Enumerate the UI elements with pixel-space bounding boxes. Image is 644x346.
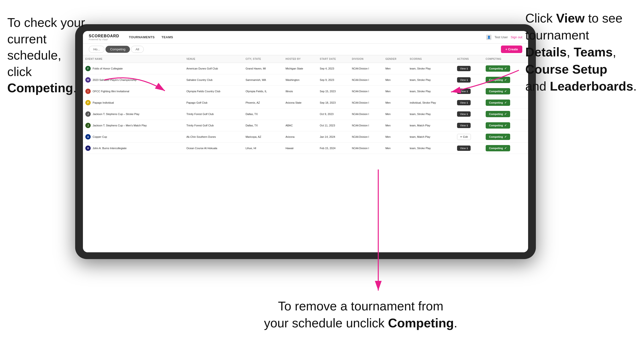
cell-division: NCAA Division I <box>350 97 383 109</box>
actions-cell: ✏ Edit <box>455 131 483 143</box>
nav-tournaments[interactable]: TOURNAMENTS <box>129 35 155 39</box>
view-button[interactable]: View ℹ <box>457 77 471 83</box>
nav-teams[interactable]: TEAMS <box>162 35 173 39</box>
competing-button[interactable]: Competing ✓ <box>486 88 510 94</box>
team-logo: H <box>85 146 91 151</box>
actions-cell: View ℹ <box>455 97 483 109</box>
user-label: Test User <box>494 35 508 39</box>
col-division: DIVISION <box>350 55 383 63</box>
cell-start_date: Oct 9, 2023 <box>318 109 350 120</box>
competing-button[interactable]: Competing ✓ <box>486 134 510 140</box>
view-button[interactable]: View ℹ <box>457 123 471 128</box>
tournaments-table: EVENT NAME VENUE CITY, STATE HOSTED BY S… <box>83 55 528 154</box>
table-row: A Copper Cup Ak-Chin Southern DunesMaric… <box>83 131 528 143</box>
view-button[interactable]: View ℹ <box>457 89 471 94</box>
cell-start_date: Sep 4, 2023 <box>318 63 350 74</box>
team-logo: P <box>85 100 91 105</box>
cell-scoring: individual, Stroke Play <box>407 97 455 109</box>
cell-scoring: team, Stroke Play <box>407 63 455 74</box>
cell-hosted_by: Michigan State <box>283 63 317 74</box>
cell-scoring: team, Stroke Play <box>407 143 455 154</box>
user-icon: 👤 <box>486 35 492 40</box>
competing-cell: Competing ✓ <box>483 120 528 131</box>
cell-start_date: Sep 9, 2023 <box>318 74 350 86</box>
cell-hosted_by: Arizona <box>283 131 317 143</box>
cell-gender: Men <box>383 74 407 86</box>
app-header: SCOREBOARD Powered by clippi TOURNAMENTS… <box>83 31 528 44</box>
view-button[interactable]: View ℹ <box>457 111 471 117</box>
col-city-state: CITY, STATE <box>243 55 283 63</box>
cell-city_state: Sammamish, WA <box>243 74 283 86</box>
table-row: I OFCC Fighting Illini Invitational Olym… <box>83 86 528 97</box>
view-button[interactable]: View ℹ <box>457 100 471 105</box>
cell-venue: Trinity Forest Golf Club <box>184 120 243 131</box>
edit-button[interactable]: ✏ Edit <box>457 134 471 140</box>
cell-city_state: Dallas, TX <box>243 109 283 120</box>
table-row: P Papago Individual Papago Golf ClubPhoe… <box>83 97 528 109</box>
event-name: John A. Burns Intercollegiate <box>92 147 126 150</box>
view-button[interactable]: View ℹ <box>457 146 471 151</box>
annotation-top-left: To check your current schedule, click Co… <box>7 14 100 96</box>
team-logo: A <box>85 134 91 140</box>
competing-button[interactable]: Competing ✓ <box>486 100 510 106</box>
event-name-cell: J Jackson T. Stephens Cup – Men's Match … <box>83 120 184 131</box>
cell-start_date: Sep 15, 2023 <box>318 86 350 97</box>
cell-hosted_by: Illinois <box>283 86 317 97</box>
cell-gender: Men <box>383 120 407 131</box>
table-row: H John A. Burns Intercollegiate Ocean Co… <box>83 143 528 154</box>
actions-cell: View ℹ <box>455 74 483 86</box>
competing-cell: Competing ✓ <box>483 74 528 86</box>
competing-cell: Competing ✓ <box>483 97 528 109</box>
competing-button[interactable]: Competing ✓ <box>486 122 510 129</box>
cell-start_date: Oct 11, 2023 <box>318 120 350 131</box>
cell-gender: Men <box>383 131 407 143</box>
cell-start_date: Sep 18, 2023 <box>318 97 350 109</box>
col-hosted-by: HOSTED BY <box>283 55 317 63</box>
cell-scoring: team, Stroke Play <box>407 86 455 97</box>
cell-hosted_by: Washington <box>283 74 317 86</box>
table-area: EVENT NAME VENUE CITY, STATE HOSTED BY S… <box>83 55 528 252</box>
tab-competing[interactable]: Competing <box>106 46 130 53</box>
col-start-date: START DATE <box>318 55 350 63</box>
cell-scoring: team, Match Play <box>407 120 455 131</box>
cell-division: NCAA Division I <box>350 143 383 154</box>
cell-venue: Trinity Forest Golf Club <box>184 109 243 120</box>
signout-link[interactable]: Sign out <box>511 35 522 39</box>
team-logo: J <box>85 111 91 117</box>
competing-button[interactable]: Competing ✓ <box>486 145 510 151</box>
competing-cell: Competing ✓ <box>483 109 528 120</box>
col-competing: COMPETING <box>483 55 528 63</box>
cell-city_state: Maricopa, AZ <box>243 131 283 143</box>
event-name: Copper Cup <box>92 135 107 138</box>
competing-cell: Competing ✓ <box>483 86 528 97</box>
col-gender: GENDER <box>383 55 407 63</box>
tabs-bar: Ho... Competing All + Create <box>83 44 528 55</box>
table-row: F Folds of Honor Collegiate American Dun… <box>83 63 528 74</box>
annotation-top-right: Click View to see tournament Details, Te… <box>525 10 637 95</box>
cell-start_date: Feb 15, 2024 <box>318 143 350 154</box>
cell-hosted_by: ABAC <box>283 120 317 131</box>
team-logo: J <box>85 123 91 128</box>
create-button[interactable]: + Create <box>501 45 522 53</box>
cell-scoring: team, Stroke Play <box>407 74 455 86</box>
cell-venue: Papago Golf Club <box>184 97 243 109</box>
competing-button[interactable]: Competing ✓ <box>486 77 510 83</box>
view-button[interactable]: View ℹ <box>457 66 471 71</box>
actions-cell: View ℹ <box>455 120 483 131</box>
cell-gender: Men <box>383 63 407 74</box>
header-right: 👤 Test User Sign out <box>486 35 522 40</box>
cell-division: NCAA Division I <box>350 131 383 143</box>
actions-cell: View ℹ <box>455 63 483 74</box>
table-header-row: EVENT NAME VENUE CITY, STATE HOSTED BY S… <box>83 55 528 63</box>
cell-venue: Olympia Fields Country Club <box>184 86 243 97</box>
cell-division: NCAA Division I <box>350 109 383 120</box>
competing-button[interactable]: Competing ✓ <box>486 111 510 117</box>
cell-city_state: Grand Haven, MI <box>243 63 283 74</box>
actions-cell: View ℹ <box>455 86 483 97</box>
table-row: J Jackson T. Stephens Cup – Men's Match … <box>83 120 528 131</box>
tablet-frame: SCOREBOARD Powered by clippi TOURNAMENTS… <box>75 24 536 259</box>
cell-division: NCAA Division I <box>350 86 383 97</box>
tab-all[interactable]: All <box>131 46 144 53</box>
table-row: W 2023 Sahalee Players Championship Saha… <box>83 74 528 86</box>
competing-button[interactable]: Competing ✓ <box>486 65 510 72</box>
